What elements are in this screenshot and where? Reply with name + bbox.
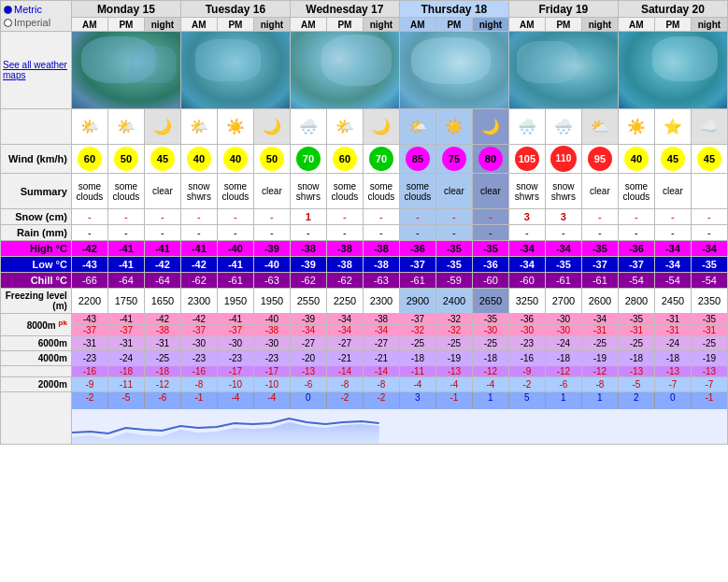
icon-sat-pm: ⭐ xyxy=(654,109,691,145)
low-1: -41 xyxy=(107,257,144,273)
ampm-fri-am: AM xyxy=(508,18,545,32)
alt6k-4: -30 xyxy=(217,336,253,351)
alt4k-10: -19 xyxy=(435,351,472,366)
ampm-sat-night: night xyxy=(691,18,727,32)
icon-tue-night: 🌙 xyxy=(253,109,290,145)
freeze-2: 1650 xyxy=(144,289,180,314)
alt4k-17: -19 xyxy=(691,351,727,366)
alt2k-3: -8 xyxy=(180,377,217,392)
sum-12: snow shwrs xyxy=(508,174,545,209)
high-17: -34 xyxy=(691,241,727,257)
wind-sat-pm: 45 xyxy=(654,145,691,174)
icon-mon-am: 🌤️ xyxy=(71,109,107,145)
wind-fri-night: 95 xyxy=(581,145,618,174)
chill-2: -64 xyxy=(144,273,180,289)
alt4kb-9: -11 xyxy=(399,366,435,377)
wind-thu-am: 85 xyxy=(399,145,435,174)
chill-6: -62 xyxy=(290,273,326,289)
imperial-radio[interactable] xyxy=(4,19,12,27)
alt-4000-label: 4000m xyxy=(1,351,72,366)
freeze-13: 2700 xyxy=(545,289,581,314)
high-9: -36 xyxy=(399,241,435,257)
alt2k-13: -6 xyxy=(545,377,581,392)
ampm-wed-pm: PM xyxy=(326,18,363,32)
alt8k-7: -34 xyxy=(326,314,363,325)
alt2k-7: -8 xyxy=(326,377,363,392)
alt4k-6: -20 xyxy=(290,351,326,366)
alt6k-9: -25 xyxy=(399,336,435,351)
ampm-wed-am: AM xyxy=(290,18,326,32)
map-sat xyxy=(618,32,727,109)
alt8k-2: -42 xyxy=(144,314,180,325)
ampm-fri-pm: PM xyxy=(545,18,581,32)
snow-6: 1 xyxy=(290,209,326,225)
metric-radio[interactable] xyxy=(4,6,12,14)
wind-wed-night: 70 xyxy=(363,145,399,174)
snow-11: - xyxy=(472,209,508,225)
alt2k-8: -8 xyxy=(363,377,399,392)
see-all-link[interactable]: See all weather maps xyxy=(3,60,67,80)
alt8k-4: -41 xyxy=(217,314,253,325)
alt4k-0: -23 xyxy=(71,351,107,366)
icon-mon-pm: 🌤️ xyxy=(107,109,144,145)
snow-13: 3 xyxy=(545,209,581,225)
see-all-maps[interactable]: See all weather maps xyxy=(1,32,72,109)
alt8k-1: -41 xyxy=(107,314,144,325)
alt-2000b-label xyxy=(1,392,72,445)
alt2k-14: -8 xyxy=(581,377,618,392)
snow-9: - xyxy=(399,209,435,225)
ampm-mon-pm: PM xyxy=(107,18,144,32)
freeze-10: 2400 xyxy=(435,289,472,314)
low-14: -37 xyxy=(581,257,618,273)
freeze-label: Freezing level (m) xyxy=(1,289,72,314)
ampm-tue-am: AM xyxy=(180,18,217,32)
sum-5: clear xyxy=(253,174,290,209)
freeze-15: 2800 xyxy=(618,289,654,314)
wind-tue-pm: 40 xyxy=(217,145,253,174)
alt4kb-14: -12 xyxy=(581,366,618,377)
alt4k-15: -18 xyxy=(618,351,654,366)
alt4kb-7: -14 xyxy=(326,366,363,377)
snow-12: 3 xyxy=(508,209,545,225)
ampm-tue-pm: PM xyxy=(217,18,253,32)
imperial-label[interactable]: Imperial xyxy=(14,17,50,28)
rain-7: - xyxy=(326,225,363,241)
alt4kb-8: -14 xyxy=(363,366,399,377)
alt4k-5: -23 xyxy=(253,351,290,366)
alt2k-2: -12 xyxy=(144,377,180,392)
alt8k-b7: -34 xyxy=(326,325,363,336)
snow-5: - xyxy=(253,209,290,225)
icon-fri-night: ⛅ xyxy=(581,109,618,145)
high-12: -34 xyxy=(508,241,545,257)
sum-17 xyxy=(691,174,727,209)
chill-16: -54 xyxy=(654,273,691,289)
sum-16: clear xyxy=(654,174,691,209)
low-11: -36 xyxy=(472,257,508,273)
alt2k-11: -4 xyxy=(472,377,508,392)
ampm-tue-night: night xyxy=(253,18,290,32)
icon-thu-night: 🌙 xyxy=(472,109,508,145)
metric-label[interactable]: Metric xyxy=(14,4,42,15)
ampm-sat-pm: PM xyxy=(654,18,691,32)
alt2k-0: -9 xyxy=(71,377,107,392)
map-thu xyxy=(399,32,508,109)
high-2: -41 xyxy=(144,241,180,257)
alt4kb-0: -16 xyxy=(71,366,107,377)
alt8k-b12: -30 xyxy=(508,325,545,336)
day-header-fri: Friday 19 xyxy=(508,1,618,18)
rain-0: - xyxy=(71,225,107,241)
alt8k-8: -38 xyxy=(363,314,399,325)
day-header-wed: Wednesday 17 xyxy=(290,1,399,18)
alt4k-9: -18 xyxy=(399,351,435,366)
snow-16: - xyxy=(654,209,691,225)
low-7: -38 xyxy=(326,257,363,273)
alt2kb-10: -1 xyxy=(436,392,473,409)
snow-label: Snow (cm) xyxy=(1,209,72,225)
wind-fri-pm: 110 xyxy=(545,145,581,174)
alt2k-6: -6 xyxy=(290,377,326,392)
chill-0: -66 xyxy=(71,273,107,289)
alt2k-15: -5 xyxy=(618,377,654,392)
alt2k-17: -7 xyxy=(691,377,727,392)
wave-chart xyxy=(72,409,727,444)
alt4kb-17: -13 xyxy=(691,366,727,377)
